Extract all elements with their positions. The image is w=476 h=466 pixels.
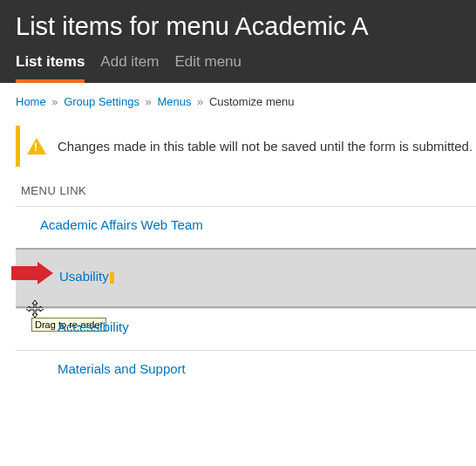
column-header-menu-link: MENU LINK: [16, 184, 476, 206]
warning-icon: [27, 138, 46, 154]
table-row[interactable]: Academic Affairs Web Team: [16, 206, 476, 248]
menu-link[interactable]: Usability: [59, 269, 109, 284]
menu-link[interactable]: Accessibility: [58, 319, 129, 334]
breadcrumb: Home » Group Settings » Menus » Customiz…: [16, 95, 460, 108]
menu-link[interactable]: Materials and Support: [58, 361, 186, 376]
breadcrumb-group-settings[interactable]: Group Settings: [64, 95, 139, 108]
tab-list-items[interactable]: List items: [16, 53, 85, 83]
breadcrumb-menus[interactable]: Menus: [157, 95, 191, 108]
breadcrumb-home[interactable]: Home: [16, 95, 46, 108]
table-row[interactable]: Usability Drag to re-order: [16, 248, 476, 308]
tab-add-item[interactable]: Add item: [100, 53, 159, 83]
warning-text: Changes made in this table will not be s…: [58, 139, 473, 154]
page-title: List items for menu Academic A: [16, 12, 460, 41]
warning-message: Changes made in this table will not be s…: [16, 126, 476, 167]
change-marker-icon: [110, 272, 114, 284]
tab-edit-menu[interactable]: Edit menu: [174, 53, 241, 83]
breadcrumb-sep: »: [197, 95, 203, 108]
breadcrumb-current: Customize menu: [209, 95, 295, 108]
breadcrumb-sep: »: [51, 95, 58, 108]
table-row[interactable]: Accessibility: [16, 308, 476, 350]
table-row[interactable]: Materials and Support: [16, 350, 476, 392]
tabs: List items Add item Edit menu: [16, 53, 460, 83]
breadcrumb-sep: »: [146, 95, 152, 108]
menu-link[interactable]: Academic Affairs Web Team: [40, 217, 203, 232]
